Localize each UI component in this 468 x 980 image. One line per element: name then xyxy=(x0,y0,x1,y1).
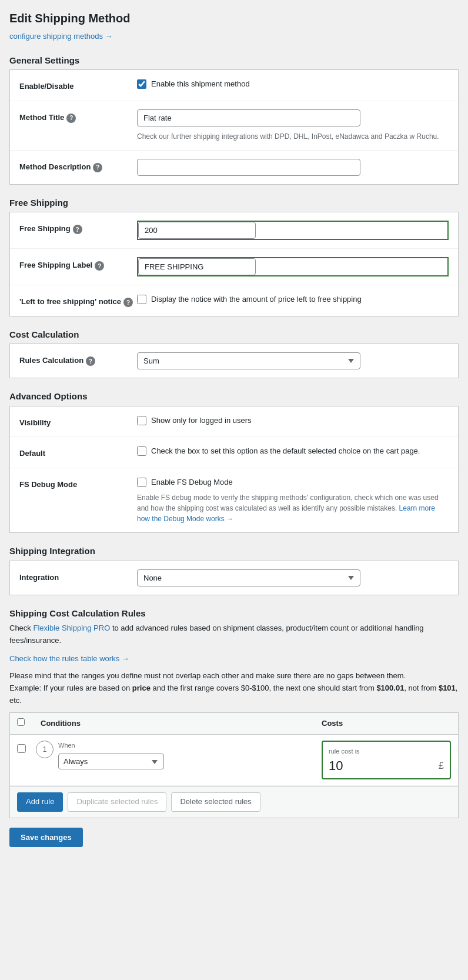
method-title-label: Method Title ? xyxy=(19,109,137,124)
integration-label: Integration xyxy=(19,569,137,584)
free-shipping-heading: Free Shipping xyxy=(9,196,459,210)
free-shipping-label-help-icon: ? xyxy=(95,261,104,271)
free-shipping-label-field-label: Free Shipping Label ? xyxy=(19,257,137,271)
method-title-row: Method Title ? Check our further shippin… xyxy=(10,101,458,151)
row-1-conditions: When Always Price Weight Item count xyxy=(58,741,322,770)
method-title-help-icon: ? xyxy=(66,114,76,123)
general-settings-heading: General Settings xyxy=(9,54,459,68)
free-shipping-label-row: Free Shipping Label ? xyxy=(10,249,458,285)
method-description-input[interactable] xyxy=(137,159,360,176)
rules-pro-text: Check Flexible Shipping PRO to add advan… xyxy=(9,622,459,647)
free-shipping-section: Free Shipping ? Free Shipping Label ? xyxy=(9,212,459,316)
free-shipping-notice-row: 'Left to free shipping' notice ? Display… xyxy=(10,285,458,316)
free-shipping-notice-label: 'Left to free shipping' notice ? xyxy=(19,294,137,308)
rules-costs-col-header: Costs xyxy=(322,718,451,729)
rules-section: Shipping Cost Calculation Rules Check Fl… xyxy=(9,607,459,818)
fs-debug-checkbox-label: Enable FS Debug Mode xyxy=(151,476,233,488)
delete-rules-button[interactable]: Delete selected rules xyxy=(171,792,260,811)
default-content: Check the box to set this option as the … xyxy=(137,445,449,457)
page-title: Edit Shipping Method xyxy=(9,9,459,27)
method-title-hint: Check our further shipping integrations … xyxy=(137,131,449,142)
enable-disable-row: Enable/Disable Enable this shipment meth… xyxy=(10,70,458,101)
fs-debug-checkbox[interactable] xyxy=(137,478,146,487)
visibility-content: Show only for logged in users xyxy=(137,415,449,426)
enable-disable-label: Enable/Disable xyxy=(19,78,137,92)
rules-warning: Please mind that the ranges you define m… xyxy=(9,670,459,706)
visibility-label: Visibility xyxy=(19,415,137,429)
free-shipping-input[interactable] xyxy=(138,222,256,239)
free-shipping-label-input[interactable] xyxy=(138,258,256,275)
rules-header-checkbox[interactable] xyxy=(17,718,25,726)
row-1-cost-input[interactable] xyxy=(329,758,382,774)
rules-calculation-select[interactable]: Sum Min Max xyxy=(137,352,360,369)
configure-link[interactable]: configure shipping methods → xyxy=(9,32,113,41)
shipping-integration-heading: Shipping Integration xyxy=(9,545,459,558)
rules-calculation-label: Rules Calculation ? xyxy=(19,352,137,366)
table-row: 1 When Always Price Weight Item count xyxy=(10,735,458,786)
cost-calculation-heading: Cost Calculation xyxy=(9,328,459,342)
cost-calculation-section: Rules Calculation ? Sum Min Max xyxy=(9,344,459,378)
enable-disable-content: Enable this shipment method xyxy=(137,78,449,90)
row-1-costs: rule cost is £ xyxy=(322,741,451,780)
rules-table: Conditions Costs 1 When Always Price Wei… xyxy=(9,712,459,818)
rules-table-header: Conditions Costs xyxy=(10,713,458,735)
row-1-when-label: When xyxy=(58,741,322,751)
fs-debug-label: FS Debug Mode xyxy=(19,476,137,491)
rules-footer: Add rule Duplicate selected rules Delete… xyxy=(10,786,458,817)
free-shipping-notice-content: Display the notice with the amount of pr… xyxy=(137,294,449,305)
add-rule-button[interactable]: Add rule xyxy=(17,792,63,811)
rules-section-title: Shipping Cost Calculation Rules xyxy=(9,607,459,621)
row-1-currency: £ xyxy=(439,759,444,773)
free-shipping-label-content xyxy=(137,257,449,276)
method-description-row: Method Description ? xyxy=(10,151,458,184)
visibility-checkbox[interactable] xyxy=(137,416,146,425)
row-1-condition-select[interactable]: Always Price Weight Item count xyxy=(58,754,164,769)
free-shipping-notice-checkbox[interactable] xyxy=(137,295,146,304)
visibility-row: Visibility Show only for logged in users xyxy=(10,406,458,438)
row-1-cost-label: rule cost is xyxy=(329,746,444,756)
flexible-shipping-pro-link[interactable]: Flexible Shipping PRO xyxy=(33,624,110,632)
enable-shipment-checkbox[interactable] xyxy=(137,79,146,89)
row-1-checkbox[interactable] xyxy=(17,744,26,753)
row-1-check-wrap xyxy=(17,741,34,756)
save-changes-button[interactable]: Save changes xyxy=(9,828,83,847)
fs-debug-row: FS Debug Mode Enable FS Debug Mode Enabl… xyxy=(10,468,458,533)
free-shipping-label: Free Shipping ? xyxy=(19,221,137,235)
visibility-checkbox-label: Show only for logged in users xyxy=(151,415,252,426)
free-shipping-row: Free Shipping ? xyxy=(10,212,458,249)
shipping-integration-section: Integration None xyxy=(9,561,459,595)
free-shipping-help-icon: ? xyxy=(73,225,82,234)
method-description-label: Method Description ? xyxy=(19,159,137,173)
row-1-cost-box: rule cost is £ xyxy=(322,741,451,780)
integration-select[interactable]: None xyxy=(137,569,360,586)
duplicate-rules-button[interactable]: Duplicate selected rules xyxy=(68,792,166,811)
general-settings-section: Enable/Disable Enable this shipment meth… xyxy=(9,69,459,185)
row-1-number: 1 xyxy=(36,741,54,758)
method-description-help-icon: ? xyxy=(93,163,102,172)
free-shipping-content xyxy=(137,221,449,240)
default-row: Default Check the box to set this option… xyxy=(10,437,458,468)
default-label: Default xyxy=(19,445,137,459)
rules-calculation-row: Rules Calculation ? Sum Min Max xyxy=(10,344,458,378)
advanced-options-section: Visibility Show only for logged in users… xyxy=(9,406,459,534)
fs-debug-content: Enable FS Debug Mode Enable FS debug mod… xyxy=(137,476,449,525)
integration-row: Integration None xyxy=(10,561,458,595)
rules-calculation-content: Sum Min Max xyxy=(137,352,449,369)
row-1-cost-input-row: £ xyxy=(329,758,444,774)
default-checkbox-label: Check the box to set this option as the … xyxy=(151,445,420,457)
advanced-options-heading: Advanced Options xyxy=(9,390,459,404)
method-description-content xyxy=(137,159,449,176)
free-shipping-notice-checkbox-label: Display the notice with the amount of pr… xyxy=(151,294,362,305)
default-checkbox[interactable] xyxy=(137,446,146,456)
free-shipping-notice-help-icon: ? xyxy=(123,298,133,307)
fs-debug-hint: Enable FS debug mode to verify the shipp… xyxy=(137,492,449,524)
method-title-content: Check our further shipping integrations … xyxy=(137,109,449,142)
rules-calculation-help-icon: ? xyxy=(86,356,95,366)
rules-check-link[interactable]: Check how the rules table works → xyxy=(9,653,459,665)
method-title-input[interactable] xyxy=(137,109,360,126)
enable-shipment-label: Enable this shipment method xyxy=(151,78,250,90)
integration-content: None xyxy=(137,569,449,586)
rules-conditions-col-header: Conditions xyxy=(41,718,322,729)
